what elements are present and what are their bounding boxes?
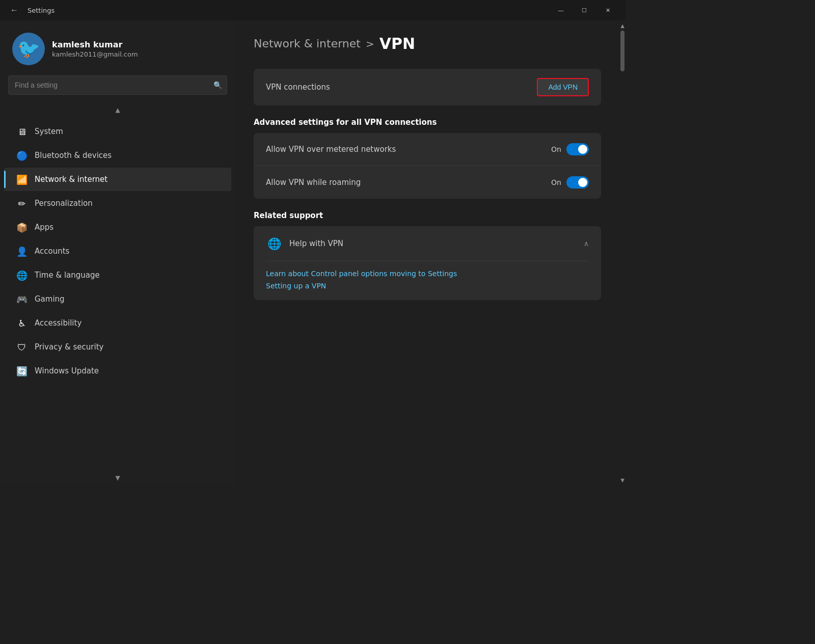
scroll-down-arrow[interactable]: ▼: [0, 471, 235, 485]
setting-status-metered: On: [551, 145, 561, 153]
add-vpn-button[interactable]: Add VPN: [537, 78, 589, 96]
globe-icon: 🌐: [266, 235, 282, 252]
minimize-button[interactable]: —: [549, 0, 573, 20]
main-scrollbar: ▲ ▼: [619, 20, 626, 485]
vpn-connections-card: VPN connections Add VPN: [254, 69, 601, 105]
titlebar: ← Settings — ☐ ✕: [0, 0, 626, 20]
titlebar-left: ← Settings: [6, 0, 55, 20]
setting-status-roaming: On: [551, 178, 561, 186]
search-input[interactable]: [8, 75, 227, 95]
user-section: 🐦 kamlesh kumar kamlesh2011@gmail.com: [0, 20, 235, 75]
sidebar-label-accessibility: Accessibility: [35, 318, 82, 328]
nav-list: 🖥 System 🔵 Bluetooth & devices 📶 Network…: [0, 117, 235, 471]
avatar: 🐦: [12, 33, 45, 65]
accounts-icon: 👤: [16, 246, 28, 257]
search-icon: 🔍: [213, 81, 222, 89]
support-header[interactable]: 🌐 Help with VPN ∧: [254, 226, 601, 261]
sidebar-label-bluetooth: Bluetooth & devices: [35, 151, 112, 160]
setting-label-roaming: Allow VPN while roaming: [266, 178, 361, 187]
support-links: Learn about Control panel options moving…: [254, 261, 601, 300]
sidebar-item-accessibility[interactable]: ♿ Accessibility: [4, 311, 231, 335]
sidebar-label-apps: Apps: [35, 223, 53, 232]
setting-row-metered: Allow VPN over metered networks On: [254, 133, 601, 166]
sidebar-label-network: Network & internet: [35, 175, 107, 184]
advanced-settings-title: Advanced settings for all VPN connection…: [254, 118, 601, 127]
vpn-connections-label: VPN connections: [266, 83, 330, 92]
breadcrumb: Network & internet > VPN: [254, 35, 601, 52]
related-support-card: 🌐 Help with VPN ∧ Learn about Control pa…: [254, 226, 601, 300]
breadcrumb-separator: >: [366, 38, 374, 50]
sidebar-label-accounts: Accounts: [35, 247, 69, 256]
privacy-icon: 🛡: [16, 341, 28, 353]
advanced-settings-card: Allow VPN over metered networks On Allow…: [254, 133, 601, 199]
gaming-icon: 🎮: [16, 293, 28, 305]
sidebar-label-windows-update: Windows Update: [35, 366, 99, 375]
system-icon: 🖥: [16, 126, 28, 137]
sidebar-item-accounts[interactable]: 👤 Accounts: [4, 239, 231, 263]
windows-update-icon: 🔄: [16, 365, 28, 377]
user-name: kamlesh kumar: [52, 40, 138, 49]
content-inner: Network & internet > VPN VPN connections…: [235, 20, 619, 314]
main-scroll-container: Network & internet > VPN VPN connections…: [235, 20, 626, 485]
scroll-up-arrow[interactable]: ▲: [0, 103, 235, 117]
maximize-button[interactable]: ☐: [573, 0, 596, 20]
sidebar-item-windows-update[interactable]: 🔄 Windows Update: [4, 359, 231, 383]
sidebar-label-privacy: Privacy & security: [35, 342, 103, 352]
page-title: VPN: [379, 35, 415, 52]
setting-label-metered: Allow VPN over metered networks: [266, 145, 396, 154]
chevron-up-icon: ∧: [584, 239, 589, 248]
support-link[interactable]: Setting up a VPN: [266, 282, 589, 290]
app-title: Settings: [28, 7, 55, 14]
bluetooth-icon: 🔵: [16, 150, 28, 161]
setting-right-roaming: On: [551, 176, 589, 189]
time-icon: 🌐: [16, 270, 28, 281]
sidebar-item-bluetooth[interactable]: 🔵 Bluetooth & devices: [4, 144, 231, 167]
breadcrumb-parent[interactable]: Network & internet: [254, 37, 361, 50]
setting-row-roaming: Allow VPN while roaming On: [254, 166, 601, 199]
sidebar-item-system[interactable]: 🖥 System: [4, 120, 231, 143]
back-button[interactable]: ←: [6, 0, 22, 20]
support-header-left: 🌐 Help with VPN: [266, 235, 343, 252]
search-box: 🔍: [8, 75, 227, 95]
sidebar-item-privacy[interactable]: 🛡 Privacy & security: [4, 335, 231, 359]
app-container: 🐦 kamlesh kumar kamlesh2011@gmail.com 🔍 …: [0, 20, 626, 485]
sidebar-item-personalization[interactable]: ✏️ Personalization: [4, 192, 231, 215]
accessibility-icon: ♿: [16, 317, 28, 329]
scrollbar-thumb[interactable]: [620, 31, 624, 71]
sidebar-item-apps[interactable]: 📦 Apps: [4, 216, 231, 239]
scrollbar-track: [619, 31, 626, 475]
user-info: kamlesh kumar kamlesh2011@gmail.com: [52, 40, 138, 58]
toggle-roaming[interactable]: [566, 176, 589, 189]
sidebar-item-gaming[interactable]: 🎮 Gaming: [4, 287, 231, 311]
network-icon: 📶: [16, 174, 28, 185]
sidebar-label-system: System: [35, 127, 63, 136]
related-support-title: Related support: [254, 211, 601, 220]
sidebar-item-time[interactable]: 🌐 Time & language: [4, 263, 231, 287]
toggle-metered[interactable]: [566, 143, 589, 155]
support-link[interactable]: Learn about Control panel options moving…: [266, 270, 589, 278]
sidebar: 🐦 kamlesh kumar kamlesh2011@gmail.com 🔍 …: [0, 20, 235, 485]
sidebar-label-gaming: Gaming: [35, 294, 65, 304]
scroll-down-btn[interactable]: ▼: [619, 475, 626, 485]
scroll-up-btn[interactable]: ▲: [619, 20, 626, 31]
apps-icon: 📦: [16, 222, 28, 233]
sidebar-item-network[interactable]: 📶 Network & internet: [4, 168, 231, 191]
sidebar-label-personalization: Personalization: [35, 199, 93, 208]
main-content: Network & internet > VPN VPN connections…: [235, 20, 619, 485]
help-vpn-label: Help with VPN: [289, 239, 343, 248]
window-controls: — ☐ ✕: [549, 0, 619, 20]
sidebar-label-time: Time & language: [35, 271, 100, 280]
close-button[interactable]: ✕: [596, 0, 619, 20]
user-email: kamlesh2011@gmail.com: [52, 50, 138, 58]
personalization-icon: ✏️: [16, 198, 28, 209]
setting-right-metered: On: [551, 143, 589, 155]
